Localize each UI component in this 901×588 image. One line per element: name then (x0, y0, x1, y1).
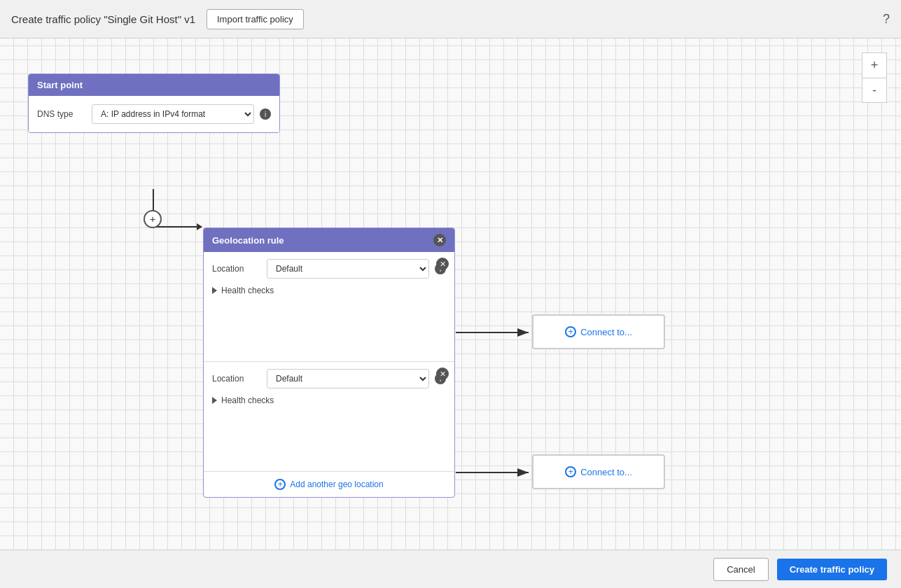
connect-to-2-label: Connect to... (580, 467, 632, 477)
help-icon[interactable]: ? (883, 12, 890, 27)
connect-to-button-2[interactable]: + Connect to... (532, 454, 665, 489)
add-node-button[interactable]: + (144, 210, 162, 228)
canvas-area: Start point DNS type A: IP address in IP… (0, 38, 901, 550)
location-row-2: Location Default i (212, 369, 446, 388)
connect-to-button-1[interactable]: + Connect to... (532, 314, 665, 349)
geo-section-1-close-icon[interactable]: ✕ (436, 258, 449, 270)
zoom-controls: + - (862, 52, 887, 103)
geo-section-2-spacer (212, 405, 446, 461)
start-point-header: Start point (29, 74, 279, 96)
connect-to-1-label: Connect to... (580, 327, 632, 337)
health-checks-toggle-icon-1 (212, 287, 217, 294)
add-geo-plus-icon: + (274, 479, 286, 490)
geo-section-2-close-icon[interactable]: ✕ (436, 368, 449, 380)
start-point-body: DNS type A: IP address in IPv4 format AA… (29, 96, 279, 132)
location-label-2: Location (212, 374, 261, 384)
cancel-button[interactable]: Cancel (713, 558, 768, 581)
health-checks-label-1: Health checks (221, 286, 274, 295)
health-checks-label-2: Health checks (221, 396, 274, 405)
zoom-in-button[interactable]: + (862, 52, 887, 78)
add-geo-label: Add another geo location (290, 479, 383, 489)
geo-section-1-spacer (212, 295, 446, 351)
geo-rule-close-icon[interactable]: ✕ (433, 234, 446, 246)
import-traffic-policy-button[interactable]: Import traffic policy (207, 9, 304, 29)
location-row-1: Location Default i (212, 259, 446, 279)
geo-rule-card: Geolocation rule ✕ ✕ Location Default i … (203, 227, 455, 498)
dns-type-select[interactable]: A: IP address in IPv4 format AAAA: IP ad… (92, 104, 254, 124)
health-checks-row-1[interactable]: Health checks (212, 286, 446, 295)
geo-section-1: ✕ Location Default i Health checks (204, 252, 454, 362)
header: Create traffic policy "Single Git Host" … (0, 0, 901, 38)
add-geo-location-button[interactable]: + Add another geo location (204, 472, 454, 497)
location-select-1[interactable]: Default (267, 259, 429, 279)
create-traffic-policy-button[interactable]: Create traffic policy (777, 559, 887, 580)
dns-type-info-icon[interactable]: i (260, 108, 271, 120)
dns-type-row: DNS type A: IP address in IPv4 format AA… (37, 104, 271, 124)
geo-rule-header: Geolocation rule ✕ (204, 228, 454, 252)
location-select-2[interactable]: Default (267, 369, 429, 388)
dns-type-label: DNS type (37, 109, 86, 119)
start-point-card: Start point DNS type A: IP address in IP… (28, 74, 280, 133)
connector-arrow (153, 226, 202, 227)
geo-section-2: ✕ Location Default i Health checks (204, 362, 454, 472)
geo-rule-title: Geolocation rule (212, 235, 284, 246)
location-label-1: Location (212, 264, 261, 274)
health-checks-row-2[interactable]: Health checks (212, 396, 446, 405)
connect-to-1-plus-icon: + (565, 326, 576, 337)
page-title: Create traffic policy "Single Git Host" … (11, 13, 195, 25)
connect-to-2-plus-icon: + (565, 466, 576, 477)
zoom-out-button[interactable]: - (862, 78, 887, 103)
health-checks-toggle-icon-2 (212, 397, 217, 404)
footer: Cancel Create traffic policy (0, 550, 901, 588)
